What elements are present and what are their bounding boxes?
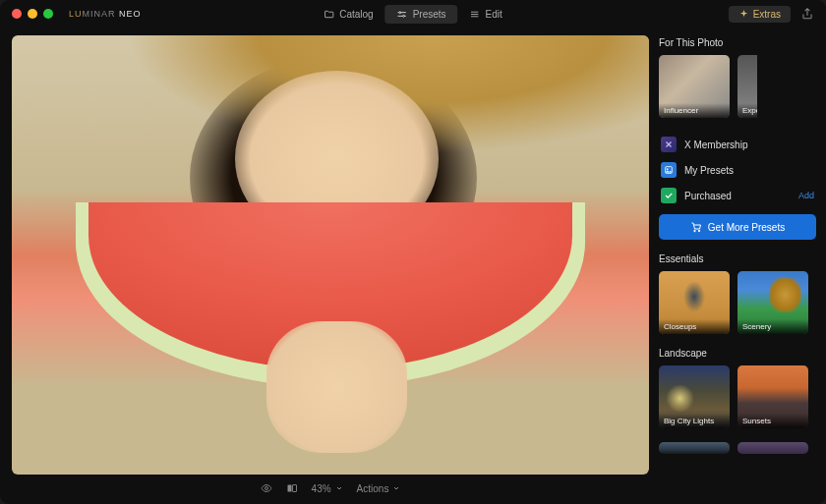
canvas-area: 43% Actions xyxy=(0,28,651,504)
thumb-label: Big City Lights xyxy=(659,414,730,428)
chevron-down-icon xyxy=(335,484,343,492)
main-tabs: Catalog Presets Edit xyxy=(312,5,514,24)
zoom-dropdown[interactable]: 43% xyxy=(312,483,343,494)
preset-thumb-closeups[interactable]: Closeups xyxy=(659,271,730,334)
preset-thumb-sunsets[interactable]: Sunsets xyxy=(738,365,808,428)
thumb-label: Closeups xyxy=(659,319,730,334)
compare-icon xyxy=(286,482,298,494)
preset-thumb-experimental[interactable]: Experim xyxy=(738,55,757,118)
maximize-window-button[interactable] xyxy=(43,9,53,19)
sliders-icon xyxy=(397,9,408,20)
x-membership-icon xyxy=(661,137,677,152)
tab-label: Presets xyxy=(413,9,446,20)
extras-label: Extras xyxy=(753,9,781,20)
thumb-label: Experim xyxy=(738,103,757,118)
close-window-button[interactable] xyxy=(12,9,22,19)
preset-thumb-partial[interactable] xyxy=(738,442,808,454)
tab-label: Edit xyxy=(486,9,502,20)
add-purchased-link[interactable]: Add xyxy=(798,191,814,200)
app-title: LUMINAR NEO xyxy=(69,9,142,19)
section-essentials: Essentials xyxy=(659,253,816,264)
preset-thumb-influencer[interactable]: Influencer xyxy=(659,55,730,118)
purchased-icon xyxy=(661,188,677,203)
minimize-window-button[interactable] xyxy=(28,9,37,19)
svg-point-3 xyxy=(403,15,405,17)
svg-point-0 xyxy=(399,11,401,13)
app-title-part: LU xyxy=(69,9,83,19)
get-more-presets-button[interactable]: Get More Presets xyxy=(659,214,816,240)
sparkle-icon xyxy=(738,9,749,20)
thumb-label: Scenery xyxy=(738,319,808,334)
section-landscape: Landscape xyxy=(659,348,816,359)
titlebar-right: Extras xyxy=(729,6,814,23)
menu-label: Purchased xyxy=(684,191,732,201)
svg-point-14 xyxy=(694,230,696,232)
eye-icon xyxy=(261,482,272,494)
share-button[interactable] xyxy=(800,7,814,21)
chevron-down-icon xyxy=(392,484,400,492)
menu-label: X Membership xyxy=(684,140,747,150)
titlebar: LUMINAR NEO Catalog Presets Edit xyxy=(0,0,826,28)
essentials-row: Closeups Scenery xyxy=(659,271,816,334)
tab-label: Catalog xyxy=(339,9,373,20)
menu-x-membership[interactable]: X Membership xyxy=(659,132,816,157)
edit-icon xyxy=(470,9,481,20)
menu-label: My Presets xyxy=(684,165,734,176)
svg-rect-10 xyxy=(287,485,291,492)
traffic-lights xyxy=(12,9,53,19)
thumb-label: Influencer xyxy=(659,103,730,118)
presets-panel: For This Photo Influencer Experim X Memb… xyxy=(651,28,826,504)
tab-catalog[interactable]: Catalog xyxy=(312,5,384,24)
eye-toggle[interactable] xyxy=(261,482,272,494)
menu-my-presets[interactable]: My Presets xyxy=(659,157,816,183)
photo-image xyxy=(12,35,649,475)
zoom-value: 43% xyxy=(312,483,331,494)
preset-thumb-big-city-lights[interactable]: Big City Lights xyxy=(659,365,730,428)
photo-canvas[interactable] xyxy=(12,35,649,475)
compare-toggle[interactable] xyxy=(286,482,298,494)
app-title-part: MINAR xyxy=(83,9,120,19)
app-body: 43% Actions For This Photo Influencer Ex… xyxy=(0,28,826,504)
svg-point-13 xyxy=(667,168,669,170)
landscape-row-2 xyxy=(659,442,816,454)
svg-rect-11 xyxy=(292,485,296,492)
landscape-row: Big City Lights Sunsets xyxy=(659,365,816,428)
extras-button[interactable]: Extras xyxy=(729,6,791,23)
preset-thumb-partial[interactable] xyxy=(659,442,730,454)
svg-point-15 xyxy=(698,230,700,232)
svg-point-9 xyxy=(265,487,267,490)
button-label: Get More Presets xyxy=(708,222,785,233)
my-presets-icon xyxy=(661,162,677,178)
actions-label: Actions xyxy=(357,483,389,494)
actions-dropdown[interactable]: Actions xyxy=(357,483,401,494)
menu-purchased[interactable]: Purchased Add xyxy=(659,183,816,208)
folder-icon xyxy=(324,9,334,20)
canvas-bottombar: 43% Actions xyxy=(12,475,649,502)
tab-presets[interactable]: Presets xyxy=(385,5,458,24)
tab-edit[interactable]: Edit xyxy=(458,5,514,24)
preset-thumb-scenery[interactable]: Scenery xyxy=(738,271,808,334)
app-window: LUMINAR NEO Catalog Presets Edit xyxy=(0,0,826,504)
section-for-this-photo: For This Photo xyxy=(659,37,816,48)
app-title-part: NEO xyxy=(119,9,142,19)
thumb-label: Sunsets xyxy=(738,414,808,428)
for-this-photo-row: Influencer Experim xyxy=(659,55,816,118)
cart-icon xyxy=(690,221,702,233)
